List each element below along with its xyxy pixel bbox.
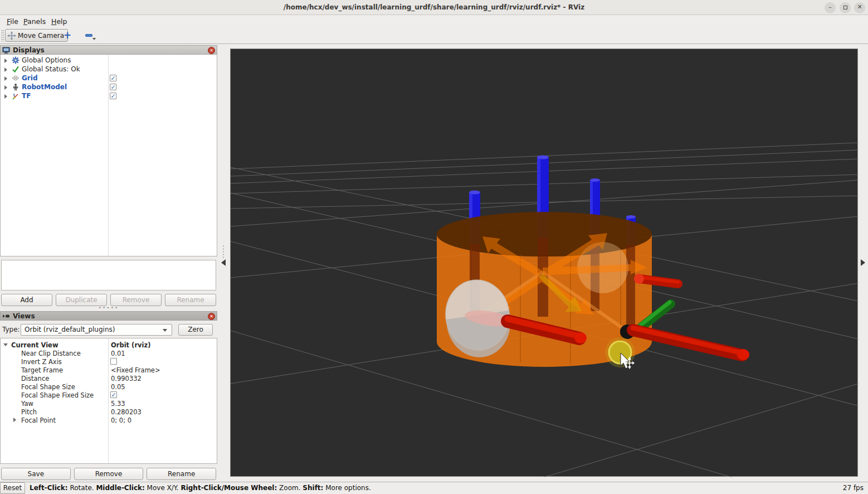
view-properties-table[interactable]: Current View Orbit (rviz) Near Clip Dist… xyxy=(0,338,217,464)
expand-arrow-icon[interactable] xyxy=(4,59,7,63)
prop-value[interactable]: 0.990332 xyxy=(111,375,142,382)
close-button[interactable]: ✕ xyxy=(854,2,865,13)
menu-panels[interactable]: Panels xyxy=(21,17,48,26)
displays-panel-icon xyxy=(2,46,10,54)
move-camera-icon xyxy=(7,31,16,40)
rename-view-button[interactable]: Rename xyxy=(147,468,216,480)
prop-row-target-frame[interactable]: Target Frame <Fixed Frame> xyxy=(1,366,217,374)
type-label: Type: xyxy=(2,326,20,333)
collapse-arrow-icon[interactable] xyxy=(3,343,8,346)
displays-panel-title: Displays xyxy=(13,46,45,54)
left-panel: Displays ✕ xyxy=(0,44,217,482)
invert-z-checkbox[interactable] xyxy=(110,358,117,365)
move-camera-tool-button[interactable]: Move Camera xyxy=(5,29,68,42)
prop-value: Orbit (rviz) xyxy=(111,341,150,349)
prop-row-distance[interactable]: Distance 0.990332 xyxy=(1,374,217,382)
display-item-label: Global Status: Ok xyxy=(22,65,80,73)
chevron-down-icon xyxy=(163,329,167,332)
view-type-value: Orbit (rviz_default_plugins) xyxy=(25,326,115,333)
remove-display-button[interactable]: Remove xyxy=(110,294,162,306)
prop-name: Target Frame xyxy=(21,366,63,374)
right-panel-splitter[interactable] xyxy=(858,44,868,482)
display-item-label: Global Options xyxy=(22,56,71,64)
displays-panel-header[interactable]: Displays ✕ xyxy=(0,45,217,55)
reset-button[interactable]: Reset xyxy=(0,482,25,494)
prop-name: Distance xyxy=(21,375,49,382)
rename-display-button[interactable]: Rename xyxy=(165,294,216,306)
views-close-button[interactable]: ✕ xyxy=(208,313,215,320)
prop-row-focal-point[interactable]: Focal Point 0; 0; 0 xyxy=(1,416,217,424)
toolbar-drag-handle[interactable] xyxy=(1,30,4,42)
prop-row-pitch[interactable]: Pitch 0.280203 xyxy=(1,408,217,416)
minimize-button[interactable]: – xyxy=(825,2,836,13)
minus-icon xyxy=(85,34,92,37)
help-middle-click: Middle-Click: xyxy=(96,484,144,492)
panel-splitter-handle[interactable]: ••••• xyxy=(0,305,217,311)
expand-arrow-icon[interactable] xyxy=(4,85,7,90)
remove-view-button[interactable]: Remove xyxy=(74,468,144,480)
tf-enabled-checkbox[interactable] xyxy=(110,93,116,99)
prop-value[interactable]: 0.280203 xyxy=(111,408,142,416)
render-viewport[interactable] xyxy=(230,49,858,477)
add-tool-button[interactable]: + xyxy=(62,30,72,40)
save-view-button[interactable]: Save xyxy=(1,468,71,480)
prop-row-current-view[interactable]: Current View Orbit (rviz) xyxy=(1,341,217,349)
prop-row-yaw[interactable]: Yaw 5.33 xyxy=(1,399,217,408)
displays-row-grid[interactable]: Grid xyxy=(1,74,218,83)
menu-file[interactable]: File xyxy=(4,17,21,26)
robotmodel-enabled-checkbox[interactable] xyxy=(110,84,116,90)
help-right-click: Right-Click/Mouse Wheel: xyxy=(181,484,277,492)
prop-value[interactable]: 0.05 xyxy=(111,383,125,391)
help-shift: Shift: xyxy=(303,484,323,492)
menubar: File Panels Help xyxy=(0,15,868,27)
prop-row-focal-shape-size[interactable]: Focal Shape Size 0.05 xyxy=(1,382,217,391)
left-panel-splitter[interactable] xyxy=(217,44,230,482)
prop-row-invert-z[interactable]: Invert Z Axis xyxy=(1,357,217,366)
focal-shape-fixed-checkbox[interactable] xyxy=(110,391,117,398)
views-panel-header[interactable]: Views ✕ xyxy=(0,311,217,321)
display-item-label: TF xyxy=(22,92,31,100)
plus-icon: + xyxy=(64,30,71,41)
zero-button[interactable]: Zero xyxy=(178,324,213,336)
views-panel-icon xyxy=(2,312,10,320)
prop-name: Yaw xyxy=(21,400,33,408)
displays-row-global-options[interactable]: Global Options xyxy=(1,56,218,65)
toolbar: Move Camera + xyxy=(0,27,868,44)
prop-row-focal-shape-fixed[interactable]: Focal Shape Fixed Size xyxy=(1,391,217,399)
prop-name: Current View xyxy=(11,341,58,349)
views-type-row: Type: Orbit (rviz_default_plugins) Zero xyxy=(0,323,217,337)
window-title: /home/hcx/dev_ws/install/learning_urdf/s… xyxy=(0,3,868,11)
prop-name: Focal Shape Fixed Size xyxy=(21,391,94,399)
duplicate-display-button[interactable]: Duplicate xyxy=(56,294,107,306)
views-panel-title: Views xyxy=(13,312,35,320)
axes-icon xyxy=(12,92,19,100)
prop-row-near-clip[interactable]: Near Clip Distance 0.01 xyxy=(1,349,217,357)
prop-value[interactable]: <Fixed Frame> xyxy=(111,366,160,374)
prop-value[interactable]: 5.33 xyxy=(111,400,125,408)
help-left-click: Left-Click: xyxy=(30,484,68,492)
expand-arrow-icon[interactable] xyxy=(4,67,7,72)
prop-name: Focal Point xyxy=(21,416,56,424)
check-icon xyxy=(12,65,19,73)
collapse-left-icon[interactable] xyxy=(221,259,226,266)
maximize-button[interactable] xyxy=(840,2,851,13)
view-type-combobox[interactable]: Orbit (rviz_default_plugins) xyxy=(21,324,172,336)
mouse-help-text: Left-Click: Rotate. Middle-Click: Move X… xyxy=(30,484,371,492)
displays-close-button[interactable]: ✕ xyxy=(208,47,215,54)
tool-dropdown-caret-icon[interactable] xyxy=(92,38,96,40)
prop-name: Focal Shape Size xyxy=(21,383,75,391)
collapse-right-icon[interactable] xyxy=(861,259,865,266)
expand-arrow-icon[interactable] xyxy=(4,94,7,99)
displays-row-robotmodel[interactable]: RobotModel xyxy=(1,83,218,91)
expand-arrow-icon[interactable] xyxy=(4,76,7,81)
displays-row-global-status[interactable]: Global Status: Ok xyxy=(1,65,218,74)
displays-tree[interactable]: Global Options Global Status: Ok Grid xyxy=(0,55,217,256)
add-display-button[interactable]: Add xyxy=(1,294,52,306)
prop-value[interactable]: 0; 0; 0 xyxy=(111,416,131,424)
grid-enabled-checkbox[interactable] xyxy=(110,75,116,81)
menu-help[interactable]: Help xyxy=(49,17,70,26)
prop-value[interactable]: 0.01 xyxy=(111,350,125,357)
expand-arrow-icon[interactable] xyxy=(13,418,16,422)
close-x-icon: ✕ xyxy=(209,48,213,53)
displays-row-tf[interactable]: TF xyxy=(1,91,218,100)
